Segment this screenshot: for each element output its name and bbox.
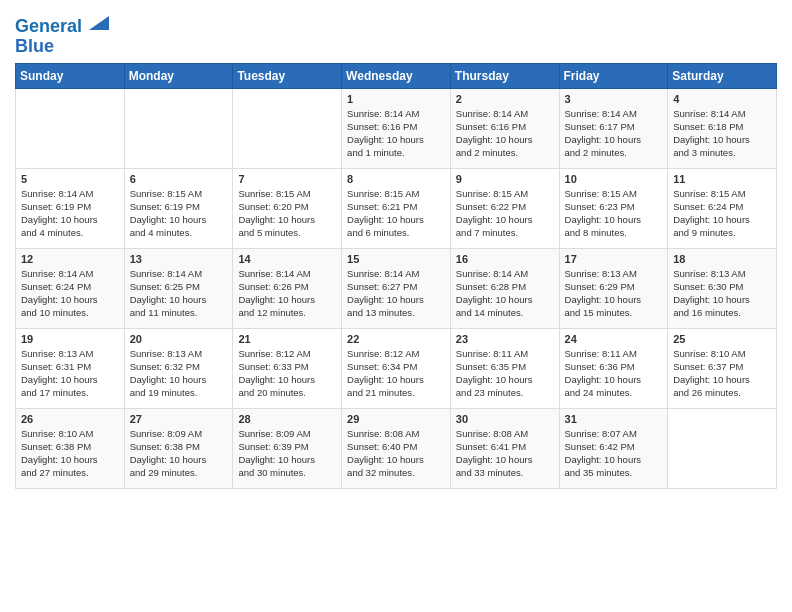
day-info: Sunrise: 8:14 AMSunset: 6:24 PMDaylight:… <box>21 267 119 320</box>
day-number: 11 <box>673 173 771 185</box>
calendar-cell: 23Sunrise: 8:11 AMSunset: 6:35 PMDayligh… <box>450 328 559 408</box>
day-info: Sunrise: 8:14 AMSunset: 6:27 PMDaylight:… <box>347 267 445 320</box>
day-info: Sunrise: 8:14 AMSunset: 6:16 PMDaylight:… <box>347 107 445 160</box>
day-info: Sunrise: 8:14 AMSunset: 6:18 PMDaylight:… <box>673 107 771 160</box>
day-number: 2 <box>456 93 554 105</box>
calendar-cell: 19Sunrise: 8:13 AMSunset: 6:31 PMDayligh… <box>16 328 125 408</box>
day-number: 3 <box>565 93 663 105</box>
calendar-cell: 22Sunrise: 8:12 AMSunset: 6:34 PMDayligh… <box>342 328 451 408</box>
calendar-cell: 28Sunrise: 8:09 AMSunset: 6:39 PMDayligh… <box>233 408 342 488</box>
calendar-body: 1Sunrise: 8:14 AMSunset: 6:16 PMDaylight… <box>16 88 777 488</box>
calendar-cell: 31Sunrise: 8:07 AMSunset: 6:42 PMDayligh… <box>559 408 668 488</box>
day-info: Sunrise: 8:13 AMSunset: 6:31 PMDaylight:… <box>21 347 119 400</box>
day-info: Sunrise: 8:09 AMSunset: 6:38 PMDaylight:… <box>130 427 228 480</box>
day-number: 18 <box>673 253 771 265</box>
day-info: Sunrise: 8:07 AMSunset: 6:42 PMDaylight:… <box>565 427 663 480</box>
calendar-header: SundayMondayTuesdayWednesdayThursdayFrid… <box>16 63 777 88</box>
day-number: 1 <box>347 93 445 105</box>
day-info: Sunrise: 8:14 AMSunset: 6:26 PMDaylight:… <box>238 267 336 320</box>
logo: General Blue <box>15 10 109 57</box>
calendar-cell: 13Sunrise: 8:14 AMSunset: 6:25 PMDayligh… <box>124 248 233 328</box>
day-info: Sunrise: 8:10 AMSunset: 6:37 PMDaylight:… <box>673 347 771 400</box>
header-day-sunday: Sunday <box>16 63 125 88</box>
calendar-cell: 21Sunrise: 8:12 AMSunset: 6:33 PMDayligh… <box>233 328 342 408</box>
calendar-cell <box>16 88 125 168</box>
header-day-saturday: Saturday <box>668 63 777 88</box>
day-info: Sunrise: 8:15 AMSunset: 6:19 PMDaylight:… <box>130 187 228 240</box>
calendar-cell: 27Sunrise: 8:09 AMSunset: 6:38 PMDayligh… <box>124 408 233 488</box>
header-day-tuesday: Tuesday <box>233 63 342 88</box>
calendar-cell: 26Sunrise: 8:10 AMSunset: 6:38 PMDayligh… <box>16 408 125 488</box>
day-info: Sunrise: 8:14 AMSunset: 6:28 PMDaylight:… <box>456 267 554 320</box>
day-number: 30 <box>456 413 554 425</box>
day-number: 19 <box>21 333 119 345</box>
calendar-cell: 3Sunrise: 8:14 AMSunset: 6:17 PMDaylight… <box>559 88 668 168</box>
day-number: 27 <box>130 413 228 425</box>
week-row-2: 5Sunrise: 8:14 AMSunset: 6:19 PMDaylight… <box>16 168 777 248</box>
calendar-cell: 7Sunrise: 8:15 AMSunset: 6:20 PMDaylight… <box>233 168 342 248</box>
calendar-cell <box>668 408 777 488</box>
day-info: Sunrise: 8:15 AMSunset: 6:21 PMDaylight:… <box>347 187 445 240</box>
day-number: 17 <box>565 253 663 265</box>
day-number: 9 <box>456 173 554 185</box>
day-info: Sunrise: 8:14 AMSunset: 6:19 PMDaylight:… <box>21 187 119 240</box>
day-number: 13 <box>130 253 228 265</box>
calendar-cell: 4Sunrise: 8:14 AMSunset: 6:18 PMDaylight… <box>668 88 777 168</box>
day-info: Sunrise: 8:15 AMSunset: 6:20 PMDaylight:… <box>238 187 336 240</box>
day-info: Sunrise: 8:08 AMSunset: 6:41 PMDaylight:… <box>456 427 554 480</box>
header-day-friday: Friday <box>559 63 668 88</box>
day-info: Sunrise: 8:14 AMSunset: 6:16 PMDaylight:… <box>456 107 554 160</box>
calendar-cell: 14Sunrise: 8:14 AMSunset: 6:26 PMDayligh… <box>233 248 342 328</box>
day-info: Sunrise: 8:14 AMSunset: 6:25 PMDaylight:… <box>130 267 228 320</box>
week-row-4: 19Sunrise: 8:13 AMSunset: 6:31 PMDayligh… <box>16 328 777 408</box>
calendar-cell: 2Sunrise: 8:14 AMSunset: 6:16 PMDaylight… <box>450 88 559 168</box>
day-number: 16 <box>456 253 554 265</box>
calendar-cell: 5Sunrise: 8:14 AMSunset: 6:19 PMDaylight… <box>16 168 125 248</box>
calendar-cell: 17Sunrise: 8:13 AMSunset: 6:29 PMDayligh… <box>559 248 668 328</box>
calendar-cell: 18Sunrise: 8:13 AMSunset: 6:30 PMDayligh… <box>668 248 777 328</box>
day-info: Sunrise: 8:11 AMSunset: 6:35 PMDaylight:… <box>456 347 554 400</box>
svg-marker-0 <box>89 16 109 30</box>
calendar-cell: 20Sunrise: 8:13 AMSunset: 6:32 PMDayligh… <box>124 328 233 408</box>
header-day-wednesday: Wednesday <box>342 63 451 88</box>
calendar-table: SundayMondayTuesdayWednesdayThursdayFrid… <box>15 63 777 489</box>
day-number: 14 <box>238 253 336 265</box>
calendar-cell: 1Sunrise: 8:14 AMSunset: 6:16 PMDaylight… <box>342 88 451 168</box>
day-number: 22 <box>347 333 445 345</box>
day-number: 20 <box>130 333 228 345</box>
day-info: Sunrise: 8:10 AMSunset: 6:38 PMDaylight:… <box>21 427 119 480</box>
day-number: 6 <box>130 173 228 185</box>
day-info: Sunrise: 8:15 AMSunset: 6:24 PMDaylight:… <box>673 187 771 240</box>
calendar-cell: 30Sunrise: 8:08 AMSunset: 6:41 PMDayligh… <box>450 408 559 488</box>
day-info: Sunrise: 8:11 AMSunset: 6:36 PMDaylight:… <box>565 347 663 400</box>
day-info: Sunrise: 8:14 AMSunset: 6:17 PMDaylight:… <box>565 107 663 160</box>
day-number: 10 <box>565 173 663 185</box>
day-info: Sunrise: 8:08 AMSunset: 6:40 PMDaylight:… <box>347 427 445 480</box>
calendar-cell: 24Sunrise: 8:11 AMSunset: 6:36 PMDayligh… <box>559 328 668 408</box>
calendar-cell <box>233 88 342 168</box>
logo-general: General <box>15 16 82 36</box>
day-number: 15 <box>347 253 445 265</box>
day-number: 31 <box>565 413 663 425</box>
day-info: Sunrise: 8:09 AMSunset: 6:39 PMDaylight:… <box>238 427 336 480</box>
day-info: Sunrise: 8:12 AMSunset: 6:34 PMDaylight:… <box>347 347 445 400</box>
day-number: 28 <box>238 413 336 425</box>
calendar-cell: 12Sunrise: 8:14 AMSunset: 6:24 PMDayligh… <box>16 248 125 328</box>
day-number: 7 <box>238 173 336 185</box>
day-number: 21 <box>238 333 336 345</box>
calendar-cell: 8Sunrise: 8:15 AMSunset: 6:21 PMDaylight… <box>342 168 451 248</box>
day-info: Sunrise: 8:13 AMSunset: 6:32 PMDaylight:… <box>130 347 228 400</box>
calendar-cell: 6Sunrise: 8:15 AMSunset: 6:19 PMDaylight… <box>124 168 233 248</box>
logo-icon <box>89 8 109 30</box>
day-info: Sunrise: 8:15 AMSunset: 6:22 PMDaylight:… <box>456 187 554 240</box>
day-number: 25 <box>673 333 771 345</box>
day-info: Sunrise: 8:15 AMSunset: 6:23 PMDaylight:… <box>565 187 663 240</box>
calendar-cell: 11Sunrise: 8:15 AMSunset: 6:24 PMDayligh… <box>668 168 777 248</box>
week-row-5: 26Sunrise: 8:10 AMSunset: 6:38 PMDayligh… <box>16 408 777 488</box>
day-number: 29 <box>347 413 445 425</box>
logo-text: General <box>15 10 109 37</box>
calendar-cell: 29Sunrise: 8:08 AMSunset: 6:40 PMDayligh… <box>342 408 451 488</box>
day-number: 26 <box>21 413 119 425</box>
logo-blue: Blue <box>15 37 109 57</box>
page-container: General Blue SundayMondayTuesdayWednesda… <box>0 0 792 499</box>
